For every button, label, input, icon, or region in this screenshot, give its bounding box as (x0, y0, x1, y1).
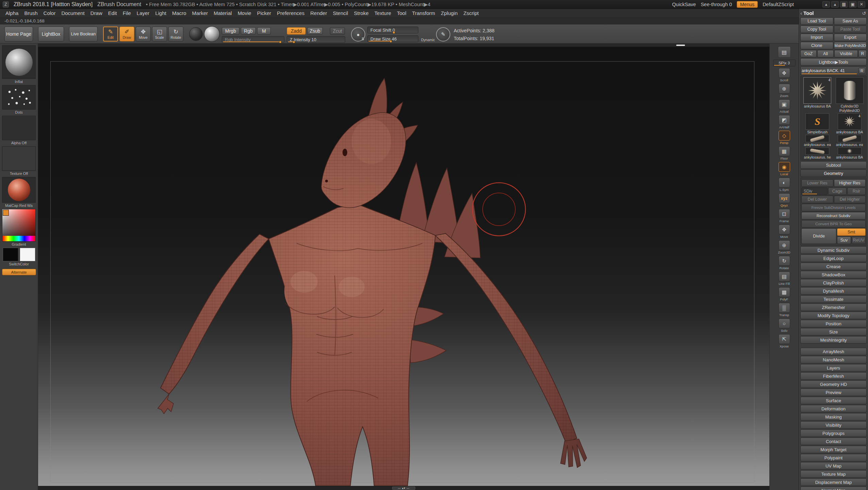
tool-section-header[interactable]: MeshIntegrity (800, 336, 867, 344)
titlebar-icon[interactable]: ▴ (822, 1, 830, 7)
menu-item[interactable]: Layer (136, 10, 151, 17)
tool-section-header[interactable]: DynaMesh (800, 287, 867, 295)
tool-thumbnail[interactable]: ankylosaurus. he (802, 147, 833, 159)
right-shelf-button[interactable]: ⊕ Zoom (773, 84, 795, 98)
right-shelf-button[interactable]: ⊕ Zoom3D (773, 240, 795, 254)
m-button[interactable]: M (257, 27, 271, 35)
texture-selector[interactable]: Texture Off (2, 146, 36, 176)
stroke-picker-icon[interactable]: ●S (351, 27, 365, 42)
titlebar-icon[interactable]: ▦ (840, 1, 848, 7)
mode-button[interactable]: ✎ Edit (103, 27, 118, 42)
main-color-swatch[interactable] (3, 248, 18, 261)
right-shelf-button[interactable]: ▩ PolyF (773, 287, 795, 301)
goz-all-button[interactable]: All (817, 50, 834, 58)
menu-item[interactable]: Marker (191, 10, 209, 17)
lightbox-button[interactable]: LightBox (38, 27, 64, 42)
menu-item[interactable]: Color (43, 10, 57, 17)
mrgb-button[interactable]: Mrgb (222, 27, 239, 35)
mode-button[interactable]: ✐ Draw (119, 27, 134, 42)
mode-button[interactable]: ◱ Scale (152, 27, 167, 42)
brush-selector[interactable]: Inflat (2, 45, 36, 84)
tool-thumbnail[interactable]: 4 ankylosaurus BA (802, 77, 833, 113)
tool-section-header[interactable]: Tessimate (800, 295, 867, 303)
save-as-button[interactable]: Save As (834, 17, 867, 25)
menus-button[interactable]: Menus (737, 1, 758, 8)
tool-section-header[interactable]: Visibility (800, 421, 867, 429)
menu-item[interactable]: Light (154, 10, 167, 17)
menu-item[interactable]: Stroke (353, 10, 369, 17)
rslr-button[interactable]: Rslr (847, 187, 866, 195)
mode-button[interactable]: ✥ Move (136, 27, 151, 42)
home-page-button[interactable]: Home Page (4, 27, 33, 42)
freeze-subdivision-button[interactable]: Freeze SubDivision Levels (801, 204, 866, 211)
tool-section-header[interactable]: Surface (800, 397, 867, 404)
spix-slider[interactable]: SPix 3 (773, 60, 796, 66)
cage-button[interactable]: Cage (828, 187, 847, 195)
tool-section-header[interactable]: Texture Map (800, 470, 867, 478)
geometry-section-header[interactable]: Geometry (800, 169, 867, 177)
tool-section-header[interactable]: Masking (800, 413, 867, 421)
refresh-icon[interactable]: ↺ (862, 11, 866, 16)
right-shelf-button[interactable]: ▤ Line Fill (773, 272, 795, 285)
right-shelf-button[interactable]: ⊡ Frame (773, 209, 795, 223)
menu-item[interactable]: Zplugin (440, 10, 458, 17)
sdiv-slider[interactable]: SDiv (801, 187, 828, 195)
sculpt-viewport[interactable] (38, 47, 769, 486)
copy-tool-button[interactable]: Copy Tool (800, 26, 833, 33)
tool-thumbnail[interactable]: Cylinder3D PolyMesh3D (834, 77, 866, 113)
document-canvas[interactable] (38, 47, 769, 486)
color-picker[interactable]: Gradient (2, 209, 36, 246)
titlebar-icon[interactable]: ▴ (831, 1, 839, 7)
make-polymesh3d-button[interactable]: Make PolyMesh3D (834, 42, 867, 49)
menu-item[interactable]: Material (213, 10, 233, 17)
smt-toggle[interactable]: Smt (837, 228, 866, 236)
z-intensity-slider[interactable]: Z Intensity 10 (287, 36, 345, 43)
material-preview-icon[interactable] (204, 26, 220, 42)
lightbox-tools-button[interactable]: Lightbox▶Tools (800, 58, 867, 66)
active-tool-slider[interactable]: ankylosaurus BACK. 41 R (800, 66, 867, 75)
tool-section-header[interactable]: Polypaint (800, 454, 867, 461)
lower-res-button[interactable]: Lower Res (801, 179, 833, 187)
tool-section-header[interactable]: Deformation (800, 405, 867, 412)
right-shelf-button[interactable]: ○ Solo (773, 318, 795, 332)
menu-item[interactable]: Texture (373, 10, 392, 17)
tool-section-header[interactable]: Dynamic Subdiv (800, 246, 867, 254)
tool-thumbnail[interactable]: 4 ankylosaurus BA (834, 113, 866, 134)
right-shelf-button[interactable]: ◇ Persp (773, 131, 795, 145)
divide-button[interactable]: Divide (801, 228, 836, 244)
reuv-button[interactable]: ReUV (852, 236, 866, 244)
quicksave-button[interactable]: QuickSave (672, 2, 696, 7)
collapse-palette-icon[interactable]: ‹ (800, 10, 802, 16)
r-button[interactable]: R (858, 50, 867, 58)
document-icon[interactable]: ▤ (778, 46, 791, 58)
zcut-button[interactable]: Zcut (330, 27, 345, 35)
canvas-bottom-scrollbar[interactable]: — ▴▾ — (38, 486, 769, 490)
tool-section-header[interactable]: Morph Target (800, 446, 867, 453)
zsub-button[interactable]: Zsub (307, 27, 323, 35)
rgb-button[interactable]: Rgb (241, 27, 256, 35)
right-shelf-button[interactable]: ▦ Floor (773, 146, 795, 160)
scrollbar-handle[interactable]: — ▴▾ — (392, 487, 415, 490)
tool-section-header[interactable]: Layers (800, 364, 867, 372)
scrollbar-handle[interactable] (676, 45, 685, 46)
menu-item[interactable]: Movie (237, 10, 252, 17)
canvas-horizontal-scrollbar[interactable] (38, 44, 769, 47)
mode-button[interactable]: ↻ Rotate (168, 27, 183, 42)
restore-button[interactable]: R (858, 68, 865, 74)
tool-section-header[interactable]: Displacement Map (800, 478, 867, 486)
tool-section-header[interactable]: NanoMesh (800, 356, 867, 363)
tool-thumbnail[interactable]: S SimpleBrush (802, 113, 833, 134)
del-higher-button[interactable]: Del Higher (834, 196, 866, 203)
alpha-selector[interactable]: Alpha Off (2, 116, 36, 145)
higher-res-button[interactable]: Higher Res (834, 179, 866, 187)
menu-item[interactable]: Macro (171, 10, 187, 17)
tool-thumbnail[interactable]: ankylosaurus. ea (802, 135, 833, 147)
alpha-preview-icon[interactable] (189, 27, 203, 41)
right-shelf-button[interactable]: ◐ L.Sym (773, 178, 795, 192)
alternate-button[interactable]: Alternate (2, 269, 36, 275)
menu-item[interactable]: Alpha (4, 10, 19, 17)
menu-item[interactable]: File (122, 10, 132, 17)
stroke-selector[interactable]: Dots (2, 85, 36, 114)
right-shelf-button[interactable]: ▒ Transp (773, 303, 795, 317)
right-shelf-button[interactable]: ✥ Scroll (773, 68, 795, 82)
